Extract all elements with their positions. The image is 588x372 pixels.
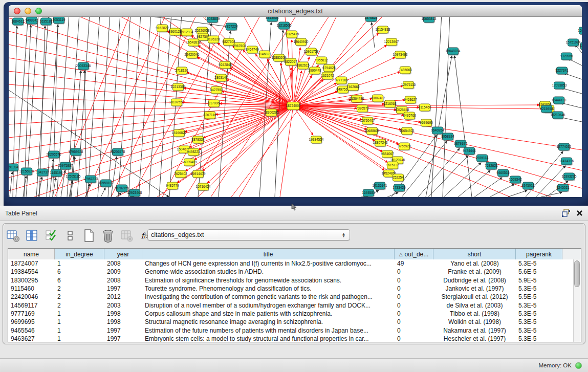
table-cell: Dudbridge et al. (2008) (433, 277, 516, 284)
new-table-icon[interactable] (82, 229, 96, 243)
table-cell: 14569117 (8, 302, 55, 309)
window-titlebar[interactable]: citations_edges.txt (9, 5, 582, 17)
table-cell: 5.3E-5 (516, 285, 562, 292)
svg-text:1862615: 1862615 (296, 63, 310, 67)
svg-text:917006: 917006 (208, 101, 220, 105)
delete-table-icon[interactable] (120, 229, 134, 243)
svg-text:18807243: 18807243 (373, 141, 388, 144)
svg-text:8267110: 8267110 (204, 113, 216, 117)
table-body: 1872400712008Changes of HCN gene express… (8, 259, 573, 342)
table-row[interactable]: 1830029562008Estimation of significance … (8, 276, 573, 285)
float-panel-icon[interactable] (562, 209, 570, 219)
table-row[interactable]: 1456911722003Disruption of a novel membe… (8, 301, 573, 309)
table-row[interactable]: 946362711997Embryonic stem cells: a mode… (8, 335, 573, 342)
svg-text:9215958: 9215958 (540, 107, 553, 111)
svg-text:1609342: 1609342 (509, 178, 522, 181)
svg-text:25226058: 25226058 (195, 29, 210, 32)
table-cell: 5.3E-5 (516, 302, 562, 309)
column-header-name[interactable]: name (8, 249, 55, 259)
table-cell: Structural magnetic resonance image aver… (142, 318, 395, 325)
vertical-scrollbar[interactable] (573, 259, 581, 342)
svg-text:6216063: 6216063 (383, 102, 397, 105)
table-cell: de Silva et al. (2003) (433, 302, 516, 309)
network-view[interactable]: 9163822896012889129342522605898275051654… (9, 17, 582, 197)
svg-text:30975887: 30975887 (58, 164, 73, 167)
table-cell: 2012 (104, 293, 142, 300)
table-cell: 19384554 (8, 268, 55, 275)
table-row[interactable]: 946554611997Estimation of the future num… (8, 326, 573, 334)
header-filler (562, 249, 581, 259)
table-row[interactable]: 969969511998Structural magnetic resonanc… (8, 318, 573, 326)
svg-text:7485063: 7485063 (399, 68, 412, 72)
column-header-in_degree[interactable]: in_degree (55, 249, 104, 259)
svg-text:22420046: 22420046 (185, 53, 200, 56)
close-window-button[interactable] (14, 8, 20, 14)
table-cell: 6 (55, 277, 104, 284)
table-cell: 2 (55, 293, 104, 300)
svg-text:1942737: 1942737 (36, 170, 49, 174)
show-columns-icon[interactable] (25, 229, 39, 243)
column-header-short[interactable]: short (433, 249, 516, 259)
table-row[interactable]: 2242004622012Investigating the contribut… (8, 293, 573, 301)
table-row[interactable]: 911546021997Tourette syndrome. Phenomeno… (8, 285, 573, 293)
table-row[interactable]: 1872400712008Changes of HCN gene express… (8, 259, 573, 268)
table-cell: 5.3E-5 (516, 335, 562, 342)
svg-text:19218506: 19218506 (277, 24, 292, 27)
svg-text:7955812: 7955812 (315, 58, 328, 62)
svg-text:6794028: 6794028 (322, 66, 336, 70)
table-selector[interactable]: citations_edges.txt ▲▼ (147, 229, 350, 240)
svg-text:16543812: 16543812 (186, 40, 201, 44)
delete-attribute-icon[interactable] (101, 229, 115, 243)
svg-text:7462662: 7462662 (346, 85, 360, 89)
column-header-year[interactable]: year (104, 249, 142, 259)
table-cell: 9463627 (8, 335, 55, 342)
close-panel-icon[interactable] (576, 209, 583, 218)
svg-text:9460516: 9460516 (496, 171, 510, 174)
table-cell: 5.3E-5 (516, 310, 562, 317)
svg-text:8878334: 8878334 (191, 138, 205, 141)
status-bar: Memory: OK (0, 358, 588, 372)
table-settings-icon[interactable] (6, 229, 20, 243)
svg-text:6879197: 6879197 (454, 142, 467, 145)
table-cell: 5.9E-5 (516, 277, 562, 284)
svg-text:7857224: 7857224 (225, 25, 238, 28)
svg-text:16033809: 16033809 (205, 17, 220, 20)
network-window[interactable]: citations_edges.txt 91638228960128891293… (9, 5, 582, 197)
svg-text:8958924: 8958924 (441, 135, 454, 138)
column-header-pagerank[interactable]: pagerank (516, 249, 562, 259)
table-row[interactable]: 1938455462009Genome-wide association stu… (8, 268, 573, 276)
node-table: namein_degreeyeartitle△out_de...shortpag… (8, 248, 581, 342)
row-visibility-icon[interactable] (63, 229, 77, 243)
svg-text:2935114: 2935114 (476, 156, 489, 160)
svg-text:14136141: 14136141 (373, 184, 387, 187)
svg-text:9245021: 9245021 (556, 186, 570, 189)
table-cell: 2009 (104, 268, 142, 275)
table-cell: 2008 (104, 260, 142, 267)
minimize-window-button[interactable] (25, 8, 31, 14)
svg-text:25206578: 25206578 (111, 150, 125, 154)
svg-text:12325419: 12325419 (285, 32, 299, 36)
select-all-icon[interactable] (44, 229, 58, 243)
svg-text:9329966: 9329966 (560, 54, 573, 58)
table-cell: 18300295 (8, 277, 55, 284)
svg-text:1621072: 1621072 (321, 74, 334, 77)
table-cell: 5.3E-5 (516, 318, 562, 325)
table-cell: 5.5E-5 (516, 293, 562, 300)
svg-text:18640910: 18640910 (294, 40, 309, 43)
svg-text:10653813: 10653813 (422, 17, 437, 20)
svg-text:2967608: 2967608 (233, 44, 246, 48)
svg-text:8813054: 8813054 (266, 17, 279, 19)
svg-text:1876822: 1876822 (364, 17, 378, 19)
scrollbar-thumb[interactable] (574, 260, 580, 287)
column-header-out_de[interactable]: △out_de... (395, 249, 433, 259)
svg-text:2718126: 2718126 (175, 69, 188, 72)
column-header-title[interactable]: title (142, 249, 395, 259)
table-cell: Stergiakouli et al. (2012) (433, 293, 516, 300)
table-cell: Changes of HCN gene expression and I(f) … (142, 260, 395, 267)
table-cell: Investigating the contribution of common… (142, 293, 395, 300)
table-row[interactable]: 977716911998Corpus callosum shape and si… (8, 310, 573, 318)
table-cell: 5.6E-5 (516, 268, 562, 275)
zoom-window-button[interactable] (35, 8, 42, 14)
table-cell: Yano et al. (2008) (433, 260, 516, 267)
svg-text:6822057: 6822057 (284, 60, 297, 63)
